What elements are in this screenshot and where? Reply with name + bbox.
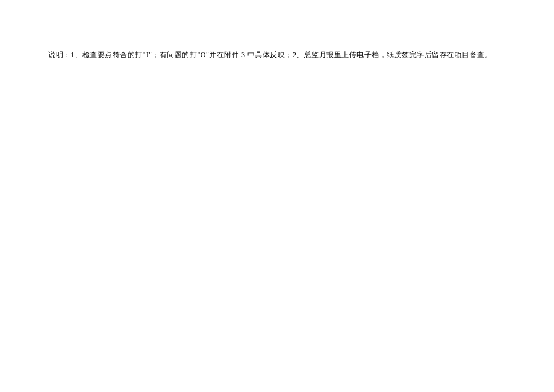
instruction-text: 说明：1、检查要点符合的打"J"；有问题的打"O"并在附件 3 中具体反映；2、… bbox=[48, 50, 492, 60]
